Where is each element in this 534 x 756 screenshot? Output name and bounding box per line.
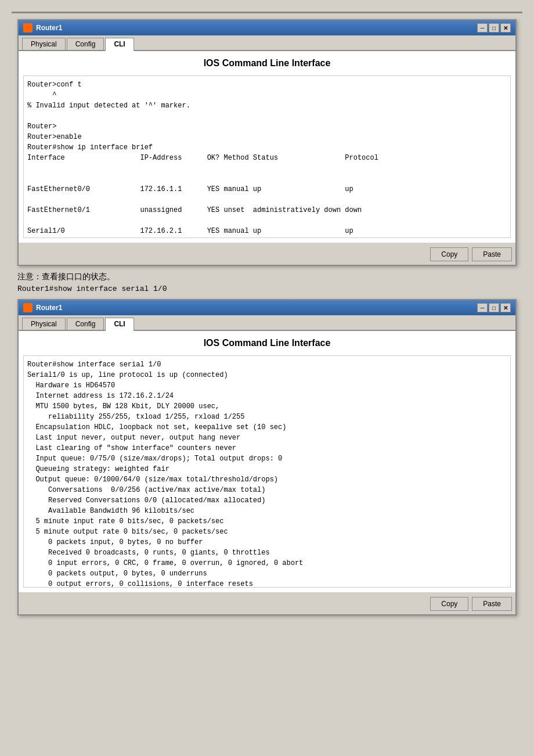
window-title-1: Router1 <box>36 24 62 32</box>
close-button-2[interactable]: ✕ <box>500 303 511 312</box>
tab-bar-1: Physical Config CLI <box>19 35 515 51</box>
tab-config-1[interactable]: Config <box>67 38 104 50</box>
cli-title-2: IOS Command Line Interface <box>23 336 511 351</box>
copy-button-1[interactable]: Copy <box>430 247 468 261</box>
cli-title-1: IOS Command Line Interface <box>23 56 511 71</box>
titlebar-2: Router1 ─ □ ✕ <box>19 300 515 315</box>
tab-cli-1[interactable]: CLI <box>105 38 134 51</box>
router-icon-2 <box>23 303 33 312</box>
note-text: 注意：查看接口口的状态。 <box>17 272 522 282</box>
router-window-2: Router1 ─ □ ✕ Physical Config CLI IOS Co… <box>17 299 517 615</box>
titlebar-buttons-1: ─ □ ✕ <box>477 23 511 33</box>
copy-button-2[interactable]: Copy <box>430 597 468 611</box>
router-window-1: Router1 ─ □ ✕ Physical Config CLI IOS Co… <box>17 19 517 266</box>
cli-terminal-1[interactable]: Router>conf t ^ % Invalid input detected… <box>23 75 511 238</box>
tab-cli-2[interactable]: CLI <box>105 318 134 331</box>
tab-bar-2: Physical Config CLI <box>19 315 515 331</box>
cli-terminal-2[interactable]: Router#show interface serial 1/0 Serial1… <box>23 355 511 588</box>
maximize-button-2[interactable]: □ <box>489 303 499 312</box>
titlebar-left-1: Router1 <box>23 23 62 33</box>
titlebar-left-2: Router1 <box>23 303 62 312</box>
close-button-1[interactable]: ✕ <box>500 23 511 33</box>
note-command: Router1#show interface serial 1/0 <box>17 285 522 293</box>
tab-config-2[interactable]: Config <box>67 318 104 330</box>
top-separator <box>12 12 522 13</box>
minimize-button-2[interactable]: ─ <box>477 303 488 312</box>
tab-physical-2[interactable]: Physical <box>22 318 66 330</box>
titlebar-buttons-2: ─ □ ✕ <box>477 303 511 312</box>
paste-button-2[interactable]: Paste <box>472 597 512 611</box>
window-content-1: IOS Command Line Interface Router>conf t… <box>19 51 515 243</box>
tab-physical-1[interactable]: Physical <box>22 38 66 50</box>
window-title-2: Router1 <box>36 304 62 312</box>
cli-buttons-2: Copy Paste <box>19 592 515 614</box>
window-content-2: IOS Command Line Interface Router#show i… <box>19 331 515 592</box>
minimize-button-1[interactable]: ─ <box>477 23 488 33</box>
titlebar-1: Router1 ─ □ ✕ <box>19 20 515 35</box>
router-icon-1 <box>23 23 33 33</box>
cli-buttons-1: Copy Paste <box>19 243 515 265</box>
maximize-button-1[interactable]: □ <box>489 23 499 33</box>
paste-button-1[interactable]: Paste <box>472 247 512 261</box>
